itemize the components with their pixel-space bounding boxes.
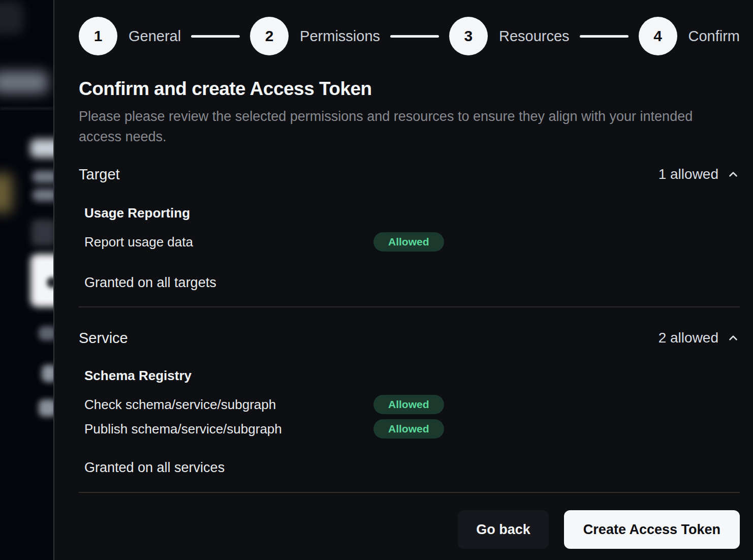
- step-resources[interactable]: 3 Resources: [449, 17, 570, 55]
- permission-group-schema-registry: Schema Registry Check schema/service/sub…: [84, 347, 740, 439]
- go-back-button[interactable]: Go back: [458, 510, 549, 549]
- allowed-count: 1 allowed: [658, 166, 718, 182]
- footer-divider: [79, 492, 740, 493]
- blurred-heading-text: [30, 139, 53, 158]
- blurred-divider: [0, 108, 53, 109]
- section-title: Target: [79, 165, 120, 183]
- blurred-logo-tile: [0, 1, 23, 35]
- permission-group-usage-reporting: Usage Reporting Report usage data Allowe…: [84, 183, 740, 252]
- create-access-token-modal: 1 General 2 Permissions 3 Resources 4 Co…: [53, 0, 753, 560]
- step-label: Confirm: [688, 28, 740, 45]
- page-title: Confirm and create Access Token: [79, 78, 740, 100]
- stepper-connector: [580, 35, 629, 38]
- step-number-circle: 2: [250, 17, 289, 55]
- blurred-text-line: [33, 171, 53, 183]
- blurred-list-item: [39, 399, 53, 417]
- screen: 1 General 2 Permissions 3 Resources 4 Co…: [0, 0, 753, 560]
- status-badge-allowed: Allowed: [373, 419, 444, 439]
- background-page-blurred: [0, 0, 53, 560]
- section-divider: [79, 306, 740, 307]
- section-title: Service: [79, 329, 128, 347]
- step-number-circle: 3: [449, 17, 488, 55]
- step-general[interactable]: 1 General: [79, 17, 181, 55]
- chevron-up-icon: [727, 168, 740, 181]
- step-label: General: [129, 28, 181, 45]
- group-title: Usage Reporting: [84, 205, 740, 221]
- section-header-service: Service 2 allowed: [79, 329, 740, 347]
- status-badge-allowed: Allowed: [373, 395, 444, 414]
- target-collapse-toggle[interactable]: 1 allowed: [658, 166, 740, 182]
- chevron-up-icon: [727, 331, 740, 345]
- blurred-list-item: [42, 365, 53, 382]
- granted-note: Granted on all services: [84, 459, 740, 476]
- step-number-circle: 1: [79, 17, 117, 55]
- permission-label: Report usage data: [84, 234, 373, 250]
- permission-label: Check schema/service/subgraph: [84, 397, 373, 413]
- permission-row: Check schema/service/subgraph Allowed: [84, 395, 740, 414]
- granted-note: Granted on all targets: [84, 274, 740, 291]
- group-title: Schema Registry: [84, 367, 740, 384]
- section-header-target: Target 1 allowed: [79, 165, 740, 183]
- permission-label: Publish schema/service/subgraph: [84, 421, 373, 437]
- status-badge-allowed: Allowed: [373, 232, 444, 252]
- page-subtitle: Please please review the selected permis…: [79, 106, 711, 147]
- create-access-token-button[interactable]: Create Access Token: [564, 510, 740, 549]
- step-label: Resources: [499, 28, 570, 45]
- wizard-stepper: 1 General 2 Permissions 3 Resources 4 Co…: [79, 17, 740, 55]
- blurred-text-line: [33, 189, 53, 201]
- permission-row: Report usage data Allowed: [84, 232, 740, 252]
- stepper-connector: [390, 35, 439, 38]
- step-label: Permissions: [300, 28, 380, 45]
- step-number-circle: 4: [639, 17, 677, 55]
- permission-row: Publish schema/service/subgraph Allowed: [84, 419, 740, 439]
- blurred-nav-text: [0, 71, 48, 94]
- step-confirm[interactable]: 4 Confirm: [639, 17, 740, 55]
- stepper-connector: [191, 35, 240, 38]
- blurred-list-item: [39, 326, 53, 340]
- blurred-card: [32, 220, 53, 246]
- step-permissions[interactable]: 2 Permissions: [250, 17, 380, 55]
- blurred-accent-shape: [0, 174, 12, 212]
- modal-footer: Go back Create Access Token: [79, 510, 740, 549]
- allowed-count: 2 allowed: [658, 330, 718, 346]
- service-collapse-toggle[interactable]: 2 allowed: [658, 330, 740, 346]
